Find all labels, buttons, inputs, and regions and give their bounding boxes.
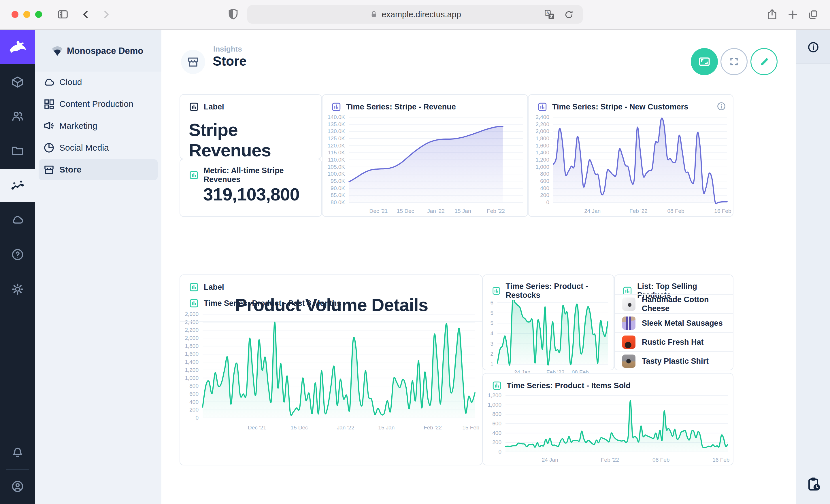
- lock-icon: [369, 9, 379, 19]
- list-item[interactable]: Sleek Metal Sausages: [615, 313, 733, 332]
- svg-text:1,800: 1,800: [185, 343, 198, 349]
- svg-text:0: 0: [546, 199, 549, 205]
- reload-icon[interactable]: [563, 9, 575, 21]
- panel-icon: [537, 102, 548, 112]
- panel-title: Label: [204, 103, 224, 111]
- svg-text:4: 4: [490, 330, 493, 336]
- svg-text:800: 800: [189, 383, 198, 389]
- tabs-overview-icon[interactable]: [806, 8, 820, 21]
- module-help[interactable]: [0, 244, 35, 266]
- metric-value: 319,103,800: [180, 184, 322, 204]
- panel-metric: Metric: All-time Stripe Revenues 319,103…: [180, 159, 322, 217]
- sidebar-item-label: Content Production: [59, 99, 133, 109]
- activity-sidebar-button[interactable]: [805, 475, 822, 492]
- traffic-minimize[interactable]: [23, 11, 30, 18]
- list-item[interactable]: Handmade Cotton Cheese: [615, 294, 733, 313]
- address-bar[interactable]: example.directus.app A: [247, 5, 583, 24]
- info-icon: [807, 41, 820, 54]
- sidebar-item-label: Store: [59, 165, 82, 174]
- panel-divider: [180, 322, 482, 322]
- rabbit-logo: [7, 39, 28, 55]
- items-sold-chart[interactable]: 1,2001,000800600400200024 JanFeb '2208 F…: [483, 391, 733, 465]
- svg-text:1,600: 1,600: [536, 142, 549, 148]
- svg-text:08 Feb: 08 Feb: [652, 457, 669, 463]
- svg-text:140.0K: 140.0K: [328, 114, 345, 120]
- product-name: Sleek Metal Sausages: [642, 319, 723, 328]
- project-sidebar: Monospace Demo Cloud Content Production …: [35, 30, 161, 504]
- share-icon[interactable]: [765, 8, 779, 21]
- traffic-zoom[interactable]: [35, 11, 42, 18]
- sidebar-item-cloud[interactable]: Cloud: [39, 72, 158, 93]
- panel-top-selling: List: Top Selling Products Handmade Cott…: [614, 274, 733, 370]
- sidebar-toggle-icon[interactable]: [57, 8, 69, 21]
- svg-text:125.0K: 125.0K: [328, 135, 345, 141]
- panel-title: Time Series: Product - Items Sold: [507, 381, 631, 390]
- svg-text:1,200: 1,200: [185, 367, 198, 373]
- list-item[interactable]: Tasty Plastic Shirt: [615, 351, 733, 370]
- panel-new-customers: Time Series: Stripe - New Customers 2,40…: [528, 94, 733, 217]
- bell-icon: [11, 446, 24, 459]
- panel-title: Label: [204, 283, 224, 292]
- revenue-chart[interactable]: 140.0K135.0K130.0K125.0K120.0K115.0K110.…: [322, 112, 528, 216]
- gear-icon: [11, 282, 24, 296]
- translate-icon[interactable]: A: [544, 9, 555, 20]
- product-thumbnail: [622, 336, 635, 349]
- svg-text:400: 400: [492, 430, 502, 436]
- frame-icon: [697, 55, 711, 69]
- new-tab-icon[interactable]: [786, 8, 799, 21]
- module-users[interactable]: [0, 105, 35, 127]
- svg-text:15 Dec: 15 Dec: [397, 208, 414, 214]
- new-customers-chart[interactable]: 2,4002,2002,0001,8001,6001,4001,2001,000…: [529, 112, 733, 216]
- panel-product-volume: Label Product Volume Details Time Series…: [180, 274, 482, 465]
- shield-icon[interactable]: [226, 7, 240, 21]
- module-insights[interactable]: [0, 169, 35, 202]
- module-files[interactable]: [0, 140, 35, 162]
- past-3-months-chart[interactable]: 2,6002,4002,2002,0001,8001,6001,4001,200…: [180, 310, 482, 432]
- clipboard-clock-icon: [805, 475, 822, 492]
- product-name: Handmade Cotton Cheese: [642, 295, 733, 313]
- svg-text:100.0K: 100.0K: [328, 171, 345, 177]
- panel-icon: [189, 282, 199, 292]
- svg-text:15 Feb: 15 Feb: [462, 425, 479, 431]
- panel-icon: [189, 170, 199, 180]
- back-icon[interactable]: [79, 8, 92, 21]
- sidebar-item-store[interactable]: Store: [39, 159, 158, 180]
- svg-text:15 Jan: 15 Jan: [454, 208, 471, 214]
- svg-text:600: 600: [492, 421, 502, 427]
- sidebar-item-content-production[interactable]: Content Production: [39, 94, 158, 114]
- svg-text:1: 1: [490, 361, 493, 367]
- url-text: example.directus.app: [382, 10, 461, 19]
- fullscreen-button[interactable]: [721, 48, 747, 75]
- svg-text:1,000: 1,000: [536, 164, 549, 170]
- module-settings[interactable]: [0, 278, 35, 300]
- project-header[interactable]: Monospace Demo: [35, 30, 161, 71]
- help-icon: [11, 248, 24, 261]
- present-button[interactable]: [691, 48, 718, 75]
- panel-info-button[interactable]: [716, 101, 727, 111]
- megaphone-icon: [39, 120, 59, 132]
- box-icon: [11, 75, 24, 89]
- svg-text:200: 200: [189, 407, 198, 413]
- forward-icon[interactable]: [100, 8, 113, 21]
- account-button[interactable]: [0, 475, 35, 497]
- panel-title: Time Series: Product - Restocks: [506, 282, 613, 300]
- notifications-button[interactable]: [0, 441, 35, 463]
- restocks-chart[interactable]: 655432124 JanFeb '2208 Feb: [483, 300, 613, 377]
- module-cloud[interactable]: [0, 209, 35, 231]
- svg-text:200: 200: [492, 439, 502, 445]
- svg-text:105.0K: 105.0K: [328, 164, 345, 170]
- svg-text:1,200: 1,200: [488, 392, 502, 398]
- edit-button[interactable]: [751, 48, 777, 75]
- account-icon: [11, 479, 25, 493]
- sidebar-item-marketing[interactable]: Marketing: [39, 115, 158, 136]
- module-collections[interactable]: [0, 71, 35, 93]
- directus-logo[interactable]: [0, 30, 35, 64]
- sidebar-item-social-media[interactable]: Social Media: [39, 137, 158, 158]
- svg-text:16 Feb: 16 Feb: [712, 457, 729, 463]
- traffic-close[interactable]: [11, 11, 19, 18]
- breadcrumb[interactable]: Insights: [213, 45, 242, 54]
- list-item[interactable]: Rustic Fresh Hat: [615, 332, 733, 351]
- info-sidebar-button[interactable]: [807, 41, 820, 54]
- svg-text:Feb '22: Feb '22: [630, 208, 647, 214]
- svg-text:Feb '22: Feb '22: [487, 208, 505, 214]
